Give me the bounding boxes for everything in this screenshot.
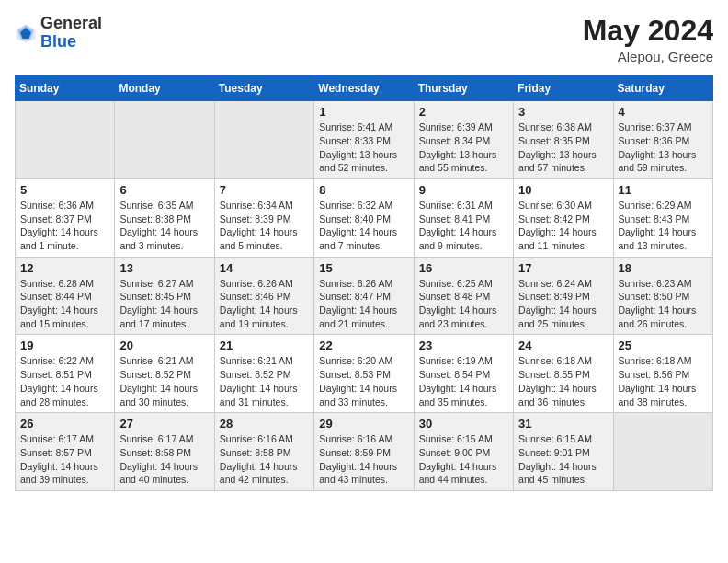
day-number: 13	[119, 261, 209, 275]
calendar-day: 8Sunrise: 6:32 AM Sunset: 8:40 PM Daylig…	[314, 178, 414, 257]
day-number: 7	[220, 183, 309, 197]
day-number: 15	[319, 261, 408, 275]
day-number: 18	[619, 261, 708, 275]
day-info: Sunrise: 6:25 AM Sunset: 8:48 PM Dayligh…	[419, 277, 508, 331]
day-info: Sunrise: 6:26 AM Sunset: 8:47 PM Dayligh…	[319, 277, 408, 331]
weekday-header-row: SundayMondayTuesdayWednesdayThursdayFrid…	[16, 76, 713, 101]
day-number: 10	[518, 183, 608, 197]
day-info: Sunrise: 6:30 AM Sunset: 8:42 PM Dayligh…	[518, 199, 608, 253]
logo-blue-text: Blue	[40, 33, 102, 52]
day-info: Sunrise: 6:15 AM Sunset: 9:00 PM Dayligh…	[419, 432, 508, 487]
calendar-day: 5Sunrise: 6:36 AM Sunset: 8:37 PM Daylig…	[16, 178, 115, 257]
day-info: Sunrise: 6:29 AM Sunset: 8:43 PM Dayligh…	[619, 199, 708, 253]
day-number: 6	[119, 183, 209, 197]
day-number: 21	[220, 339, 309, 352]
weekday-header-thursday: Thursday	[414, 76, 513, 101]
day-number: 30	[419, 417, 508, 431]
day-number: 3	[518, 105, 608, 119]
calendar-day: 10Sunrise: 6:30 AM Sunset: 8:42 PM Dayli…	[514, 178, 613, 257]
day-number: 9	[419, 183, 508, 197]
day-number: 23	[419, 339, 508, 352]
calendar-day: 18Sunrise: 6:23 AM Sunset: 8:50 PM Dayli…	[613, 257, 712, 335]
day-number: 29	[319, 417, 408, 431]
weekday-header-tuesday: Tuesday	[214, 76, 313, 101]
calendar-table: SundayMondayTuesdayWednesdayThursdayFrid…	[15, 75, 713, 491]
day-info: Sunrise: 6:26 AM Sunset: 8:46 PM Dayligh…	[220, 277, 309, 331]
day-number: 14	[220, 261, 309, 275]
day-number: 8	[319, 183, 408, 197]
day-number: 27	[119, 417, 209, 431]
weekday-header-monday: Monday	[115, 76, 214, 101]
calendar-day: 28Sunrise: 6:16 AM Sunset: 8:58 PM Dayli…	[214, 413, 313, 491]
day-info: Sunrise: 6:20 AM Sunset: 8:53 PM Dayligh…	[319, 354, 408, 408]
logo: General Blue	[15, 15, 102, 52]
day-info: Sunrise: 6:16 AM Sunset: 8:58 PM Dayligh…	[220, 432, 309, 487]
day-info: Sunrise: 6:28 AM Sunset: 8:44 PM Dayligh…	[20, 277, 109, 331]
calendar-day: 30Sunrise: 6:15 AM Sunset: 9:00 PM Dayli…	[414, 413, 513, 491]
calendar-day: 29Sunrise: 6:16 AM Sunset: 8:59 PM Dayli…	[314, 413, 414, 491]
day-info: Sunrise: 6:15 AM Sunset: 9:01 PM Dayligh…	[518, 432, 608, 487]
day-number: 5	[20, 183, 109, 197]
calendar-week-row: 26Sunrise: 6:17 AM Sunset: 8:57 PM Dayli…	[16, 413, 713, 491]
calendar-day: 26Sunrise: 6:17 AM Sunset: 8:57 PM Dayli…	[16, 413, 115, 491]
calendar-day: 20Sunrise: 6:21 AM Sunset: 8:52 PM Dayli…	[115, 335, 214, 413]
weekday-header-friday: Friday	[514, 76, 613, 101]
calendar-day: 31Sunrise: 6:15 AM Sunset: 9:01 PM Dayli…	[514, 413, 613, 491]
calendar-day-empty	[16, 101, 115, 179]
day-info: Sunrise: 6:36 AM Sunset: 8:37 PM Dayligh…	[20, 199, 109, 253]
month-year-title: May 2024	[583, 15, 713, 47]
calendar-week-row: 1Sunrise: 6:41 AM Sunset: 8:33 PM Daylig…	[16, 101, 713, 179]
day-info: Sunrise: 6:39 AM Sunset: 8:34 PM Dayligh…	[419, 121, 508, 175]
day-info: Sunrise: 6:24 AM Sunset: 8:49 PM Dayligh…	[518, 277, 608, 331]
title-block: May 2024 Alepou, Greece	[583, 15, 713, 64]
logo-general-text: General	[40, 15, 102, 33]
calendar-day: 21Sunrise: 6:21 AM Sunset: 8:52 PM Dayli…	[214, 335, 313, 413]
calendar-day: 11Sunrise: 6:29 AM Sunset: 8:43 PM Dayli…	[613, 178, 712, 257]
calendar-day: 27Sunrise: 6:17 AM Sunset: 8:58 PM Dayli…	[115, 413, 214, 491]
calendar-day: 22Sunrise: 6:20 AM Sunset: 8:53 PM Dayli…	[314, 335, 414, 413]
day-number: 25	[619, 339, 708, 352]
day-info: Sunrise: 6:31 AM Sunset: 8:41 PM Dayligh…	[419, 199, 508, 253]
day-number: 22	[319, 339, 408, 352]
day-info: Sunrise: 6:21 AM Sunset: 8:52 PM Dayligh…	[220, 354, 309, 408]
day-info: Sunrise: 6:32 AM Sunset: 8:40 PM Dayligh…	[319, 199, 408, 253]
day-number: 28	[220, 417, 309, 431]
day-info: Sunrise: 6:27 AM Sunset: 8:45 PM Dayligh…	[119, 277, 209, 331]
day-info: Sunrise: 6:38 AM Sunset: 8:35 PM Dayligh…	[518, 121, 608, 175]
calendar-day: 23Sunrise: 6:19 AM Sunset: 8:54 PM Dayli…	[414, 335, 513, 413]
day-number: 20	[119, 339, 209, 352]
calendar-day: 1Sunrise: 6:41 AM Sunset: 8:33 PM Daylig…	[314, 101, 414, 179]
calendar-day: 3Sunrise: 6:38 AM Sunset: 8:35 PM Daylig…	[514, 101, 613, 179]
calendar-day: 24Sunrise: 6:18 AM Sunset: 8:55 PM Dayli…	[514, 335, 613, 413]
day-number: 11	[619, 183, 708, 197]
day-info: Sunrise: 6:41 AM Sunset: 8:33 PM Dayligh…	[319, 121, 408, 175]
day-info: Sunrise: 6:35 AM Sunset: 8:38 PM Dayligh…	[119, 199, 209, 253]
calendar-day: 14Sunrise: 6:26 AM Sunset: 8:46 PM Dayli…	[214, 257, 313, 335]
weekday-header-saturday: Saturday	[613, 76, 712, 101]
day-number: 19	[20, 339, 109, 352]
page-header: General Blue May 2024 Alepou, Greece	[15, 15, 713, 64]
calendar-week-row: 5Sunrise: 6:36 AM Sunset: 8:37 PM Daylig…	[16, 178, 713, 257]
day-number: 2	[419, 105, 508, 119]
calendar-day: 13Sunrise: 6:27 AM Sunset: 8:45 PM Dayli…	[115, 257, 214, 335]
calendar-day: 17Sunrise: 6:24 AM Sunset: 8:49 PM Dayli…	[514, 257, 613, 335]
calendar-day-empty	[115, 101, 214, 179]
calendar-day: 2Sunrise: 6:39 AM Sunset: 8:34 PM Daylig…	[414, 101, 513, 179]
calendar-day: 12Sunrise: 6:28 AM Sunset: 8:44 PM Dayli…	[16, 257, 115, 335]
day-info: Sunrise: 6:19 AM Sunset: 8:54 PM Dayligh…	[419, 354, 508, 408]
day-info: Sunrise: 6:17 AM Sunset: 8:57 PM Dayligh…	[20, 432, 109, 487]
day-number: 24	[518, 339, 608, 352]
day-number: 31	[518, 417, 608, 431]
day-info: Sunrise: 6:21 AM Sunset: 8:52 PM Dayligh…	[119, 354, 209, 408]
calendar-day: 4Sunrise: 6:37 AM Sunset: 8:36 PM Daylig…	[613, 101, 712, 179]
day-info: Sunrise: 6:34 AM Sunset: 8:39 PM Dayligh…	[220, 199, 309, 253]
calendar-day: 25Sunrise: 6:18 AM Sunset: 8:56 PM Dayli…	[613, 335, 712, 413]
day-number: 12	[20, 261, 109, 275]
weekday-header-wednesday: Wednesday	[314, 76, 414, 101]
calendar-day: 6Sunrise: 6:35 AM Sunset: 8:38 PM Daylig…	[115, 178, 214, 257]
calendar-day: 15Sunrise: 6:26 AM Sunset: 8:47 PM Dayli…	[314, 257, 414, 335]
day-number: 17	[518, 261, 608, 275]
logo-icon	[15, 22, 37, 44]
calendar-week-row: 19Sunrise: 6:22 AM Sunset: 8:51 PM Dayli…	[16, 335, 713, 413]
calendar-week-row: 12Sunrise: 6:28 AM Sunset: 8:44 PM Dayli…	[16, 257, 713, 335]
